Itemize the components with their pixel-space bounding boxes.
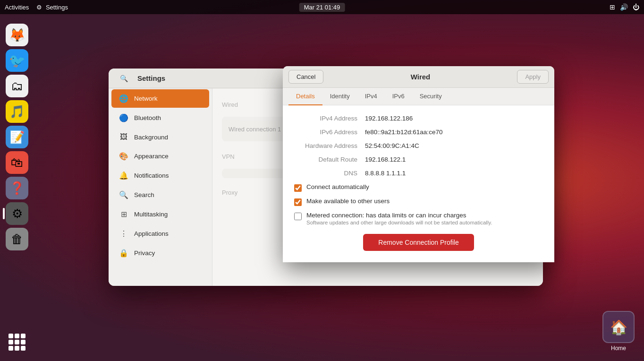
sidebar-item-appearance[interactable]: 🎨 Appearance	[111, 147, 209, 165]
available-users-label[interactable]: Make available to other users	[306, 198, 390, 205]
search-sidebar-icon: 🔍	[119, 190, 128, 199]
topbar-left: Activities ⚙ Settings	[5, 4, 68, 11]
apply-button[interactable]: Apply	[517, 70, 549, 84]
tab-ipv6[interactable]: IPv6	[385, 88, 412, 105]
sidebar-item-applications-label: Applications	[134, 230, 169, 237]
dialog-tabs: Details Identity IPv4 IPv6 Security	[283, 88, 554, 105]
sidebar-item-notifications-label: Notifications	[134, 172, 169, 179]
dns-label: DNS	[294, 170, 365, 177]
dns-row: DNS 8.8.8.8 1.1.1.1	[294, 170, 543, 177]
sidebar-item-background[interactable]: 🖼 Background	[111, 128, 209, 146]
applications-sidebar-icon: ⋮	[119, 229, 128, 238]
dialog-title: Wired	[411, 73, 431, 81]
bluetooth-sidebar-icon: 🔵	[119, 113, 128, 122]
tab-ipv4[interactable]: IPv4	[357, 88, 385, 105]
sidebar-item-network-label: Network	[134, 95, 158, 102]
search-icon: 🔍	[120, 75, 128, 82]
topbar-center: Mar 21 01:49	[299, 3, 345, 12]
dialog-content: IPv4 Address 192.168.122.186 IPv6 Addres…	[283, 105, 554, 262]
connect-auto-label[interactable]: Connect automatically	[306, 183, 369, 190]
volume-icon[interactable]: 🔊	[620, 3, 628, 11]
sidebar-item-appearance-label: Appearance	[134, 153, 169, 160]
hardware-address-row: Hardware Address 52:54:00:9C:A1:4C	[294, 142, 543, 149]
ipv6-address-value: fe80::9a21:b12d:61aa:ce70	[365, 129, 442, 136]
topbar: Activities ⚙ Settings Mar 21 01:49 ⊞ 🔊 ⏻	[0, 0, 644, 14]
dock-item-help[interactable]: ❓	[6, 177, 28, 199]
grid-icon	[8, 334, 25, 351]
tab-identity[interactable]: Identity	[322, 88, 357, 105]
show-all-apps-button[interactable]	[6, 331, 28, 353]
sidebar-item-multitasking[interactable]: ⊞ Multitasking	[111, 205, 209, 223]
settings-app-label: ⚙ Settings	[36, 4, 68, 11]
vpn-section-label: VPN	[222, 153, 235, 160]
hardware-address-value: 52:54:00:9C:A1:4C	[365, 142, 419, 149]
default-route-label: Default Route	[294, 156, 365, 163]
ipv6-address-label: IPv6 Address	[294, 129, 365, 136]
notifications-sidebar-icon: 🔔	[119, 171, 128, 180]
metered-row: Metered connection: has data limits or c…	[294, 212, 543, 225]
settings-sidebar: 🌐 Network 🔵 Bluetooth 🖼 Background 🎨 App…	[109, 88, 212, 286]
privacy-sidebar-icon: 🔒	[119, 249, 128, 258]
ipv4-address-value: 192.168.122.186	[365, 115, 413, 122]
sidebar-item-applications[interactable]: ⋮ Applications	[111, 224, 209, 243]
ipv4-address-row: IPv4 Address 192.168.122.186	[294, 115, 543, 122]
sidebar-item-bluetooth[interactable]: 🔵 Bluetooth	[111, 109, 209, 127]
metered-label[interactable]: Metered connection: has data limits or c…	[306, 212, 492, 219]
dock: 🦊 🐦 🗂 🎵 📝 🛍 ❓ ⚙ 🗑	[0, 14, 34, 361]
tab-details[interactable]: Details	[288, 88, 322, 105]
dock-item-firefox[interactable]: 🦊	[6, 24, 28, 46]
dock-item-trash[interactable]: 🗑	[6, 228, 28, 250]
wired-dialog: Cancel Wired Apply Details Identity IPv4…	[283, 66, 554, 262]
dock-item-thunderbird[interactable]: 🐦	[6, 49, 28, 72]
connect-auto-row: Connect automatically	[294, 183, 543, 192]
available-users-row: Make available to other users	[294, 198, 543, 206]
sidebar-item-search-label: Search	[134, 191, 154, 198]
dock-item-files[interactable]: 🗂	[6, 75, 28, 97]
sidebar-item-background-label: Background	[134, 134, 168, 141]
dock-item-software[interactable]: 🛍	[6, 151, 28, 174]
network-sidebar-icon: 🌐	[119, 94, 128, 103]
dock-item-writer[interactable]: 📝	[6, 126, 28, 148]
ipv6-address-row: IPv6 Address fe80::9a21:b12d:61aa:ce70	[294, 129, 543, 136]
ipv4-address-label: IPv4 Address	[294, 115, 365, 122]
home-icon-label: Home	[611, 345, 626, 352]
settings-gear-icon: ⚙	[36, 4, 42, 11]
proxy-label: Proxy	[222, 189, 237, 196]
default-route-row: Default Route 192.168.122.1	[294, 156, 543, 163]
tab-security[interactable]: Security	[412, 88, 449, 105]
network-icon[interactable]: ⊞	[610, 3, 615, 11]
power-icon[interactable]: ⏻	[633, 3, 639, 11]
home-icon-container: 🏠 Home	[602, 311, 635, 352]
dock-item-rhythmbox[interactable]: 🎵	[6, 100, 28, 123]
activities-button[interactable]: Activities	[5, 4, 29, 11]
dialog-titlebar: Cancel Wired Apply	[283, 66, 554, 88]
sidebar-item-bluetooth-label: Bluetooth	[134, 114, 161, 121]
home-icon-button[interactable]: 🏠	[602, 311, 635, 343]
sidebar-item-privacy[interactable]: 🔒 Privacy	[111, 244, 209, 262]
metered-sublabel: Software updates and other large downloa…	[306, 220, 492, 225]
datetime-display[interactable]: Mar 21 01:49	[299, 3, 345, 12]
hardware-address-label: Hardware Address	[294, 142, 365, 149]
appearance-sidebar-icon: 🎨	[119, 152, 128, 161]
sidebar-item-network[interactable]: 🌐 Network	[111, 89, 209, 108]
topbar-right: ⊞ 🔊 ⏻	[610, 3, 639, 11]
wired-section-label: Wired	[222, 101, 238, 108]
sidebar-item-privacy-label: Privacy	[134, 249, 155, 257]
settings-search-bar: 🔍	[114, 75, 134, 82]
sidebar-item-multitasking-label: Multitasking	[134, 211, 168, 218]
cancel-button[interactable]: Cancel	[288, 70, 323, 84]
sidebar-item-notifications[interactable]: 🔔 Notifications	[111, 166, 209, 185]
background-sidebar-icon: 🖼	[119, 133, 128, 141]
multitasking-sidebar-icon: ⊞	[119, 210, 128, 219]
connect-auto-checkbox[interactable]	[294, 184, 302, 192]
sidebar-item-search[interactable]: 🔍 Search	[111, 186, 209, 204]
remove-connection-button[interactable]: Remove Connection Profile	[363, 234, 474, 251]
available-users-checkbox[interactable]	[294, 198, 302, 206]
dns-value: 8.8.8.8 1.1.1.1	[365, 170, 406, 177]
default-route-value: 192.168.122.1	[365, 156, 406, 163]
dock-item-settings[interactable]: ⚙	[6, 202, 28, 225]
metered-checkbox[interactable]	[294, 213, 302, 220]
wired-profile-name: Wired connection 1	[229, 126, 281, 133]
